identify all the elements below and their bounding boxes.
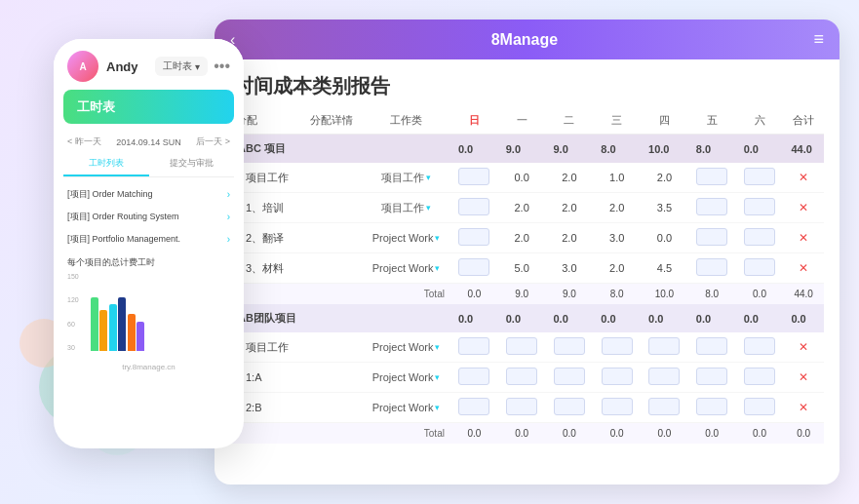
bar — [137, 322, 144, 351]
input-sun[interactable] — [450, 332, 498, 363]
section-abc-sat: 0.0 — [736, 135, 784, 164]
input-sun[interactable] — [450, 163, 498, 193]
brand-logo: 8Manage — [491, 31, 558, 49]
input-sat[interactable] — [736, 363, 784, 393]
chevron-down-icon[interactable]: ▾ — [435, 263, 440, 273]
val-mon: 2.0 — [498, 223, 546, 253]
section-ab-total: 0.0 — [783, 304, 824, 332]
val-wed: 2.0 — [593, 193, 641, 223]
input-tue[interactable] — [546, 363, 594, 393]
input-sun[interactable] — [450, 193, 498, 223]
input-fri[interactable] — [688, 193, 736, 223]
chevron-down-icon[interactable]: ▾ — [435, 403, 440, 412]
col-total: 合计 — [783, 107, 824, 135]
chart-title: 每个项目的总计费工时 — [67, 256, 230, 269]
input-mon[interactable] — [498, 393, 546, 423]
prev-day-btn[interactable]: < 昨一天 — [67, 136, 101, 148]
input-fri[interactable] — [688, 163, 736, 193]
worktype-cell: 项目工作 ▾ — [362, 193, 450, 223]
section-abc-fri: 8.0 — [688, 135, 736, 164]
input-mon[interactable] — [498, 363, 546, 393]
worktype-cell: Project Work ▾ — [362, 393, 450, 423]
section-ab-tue: 0.0 — [546, 304, 594, 332]
bars-container — [91, 273, 226, 351]
input-fri[interactable] — [688, 332, 736, 363]
input-sat[interactable] — [736, 163, 784, 193]
y-axis-labels: 150 120 60 30 — [67, 273, 85, 351]
col-mon: 一 — [498, 107, 546, 135]
total-tue: 9.0 — [546, 284, 594, 305]
delete-btn[interactable]: ✕ — [783, 193, 824, 223]
col-sun: 日 — [450, 107, 498, 135]
input-sat[interactable] — [736, 393, 784, 423]
val-wed: 3.0 — [593, 223, 641, 253]
input-fri[interactable] — [688, 393, 736, 423]
total-wed: 8.0 — [593, 284, 641, 305]
tab-timelist[interactable]: 工时列表 — [63, 152, 149, 176]
input-sun[interactable] — [450, 223, 498, 253]
input-sat[interactable] — [736, 332, 784, 363]
input-wed[interactable] — [593, 363, 641, 393]
val-thu: 4.5 — [641, 253, 688, 284]
delete-btn[interactable]: ✕ — [783, 332, 824, 363]
abc-total-row: Total 0.0 9.0 9.0 8.0 10.0 8.0 0.0 44.0 — [230, 284, 824, 305]
input-sun[interactable] — [450, 393, 498, 423]
mobile-phone: A Andy 工时表 ▾ ••• 工时表 < 昨一天 2014.09.14 SU… — [54, 39, 244, 448]
delete-btn[interactable]: ✕ — [783, 253, 824, 284]
input-thu[interactable] — [641, 393, 688, 423]
sub-tab-bar: 工时列表 提交与审批 — [63, 152, 234, 177]
chevron-down-icon[interactable]: ▾ — [435, 342, 440, 352]
input-wed[interactable] — [593, 393, 641, 423]
total-label: Total — [230, 284, 450, 305]
input-fri[interactable] — [688, 223, 736, 253]
chevron-down-icon[interactable]: ▾ — [435, 233, 440, 243]
col-tue: 二 — [546, 107, 594, 135]
input-thu[interactable] — [641, 332, 688, 363]
total-sun: 0.0 — [450, 423, 498, 445]
delete-btn[interactable]: ✕ — [783, 393, 824, 423]
detail-cell — [301, 393, 362, 423]
chevron-down-icon[interactable]: ▾ — [426, 173, 431, 182]
input-thu[interactable] — [641, 363, 688, 393]
input-fri[interactable] — [688, 363, 736, 393]
delete-btn[interactable]: ✕ — [783, 163, 824, 193]
chevron-down-icon[interactable]: ▾ — [435, 372, 440, 382]
total-label: Total — [230, 423, 450, 445]
more-icon[interactable]: ••• — [214, 58, 230, 75]
input-sat[interactable] — [736, 253, 784, 284]
tab-submit-review[interactable]: 提交与审批 — [149, 152, 235, 176]
input-sat[interactable] — [736, 193, 784, 223]
detail-cell — [301, 223, 362, 253]
chevron-down-icon[interactable]: ▾ — [426, 203, 431, 213]
table-row: 3、材料 Project Work ▾ 5.0 3.0 2.0 4.5 — [230, 253, 824, 284]
main-panel: ‹ 8Manage ≡ 时间成本类别报告 分配 分配详情 工作类 日 一 二 三… — [215, 19, 839, 485]
section-abc-sun: 0.0 — [450, 135, 498, 164]
input-tue[interactable] — [546, 332, 594, 363]
timesheet-dropdown[interactable]: 工时表 ▾ — [155, 57, 208, 76]
worktype-cell: 项目工作 ▾ — [362, 163, 450, 193]
section-abc-tue: 9.0 — [546, 135, 594, 164]
input-sun[interactable] — [450, 363, 498, 393]
delete-btn[interactable]: ✕ — [783, 363, 824, 393]
input-fri[interactable] — [688, 253, 736, 284]
input-sat[interactable] — [736, 223, 784, 253]
next-day-btn[interactable]: 后一天 > — [196, 136, 230, 148]
input-sun[interactable] — [450, 253, 498, 284]
input-tue[interactable] — [546, 393, 594, 423]
list-item[interactable]: [项目] Order Routing System › — [54, 206, 244, 228]
total-tue: 0.0 — [546, 423, 594, 445]
input-mon[interactable] — [498, 332, 546, 363]
input-wed[interactable] — [593, 332, 641, 363]
col-thu: 四 — [641, 107, 688, 135]
menu-icon[interactable]: ≡ — [813, 29, 824, 50]
delete-btn[interactable]: ✕ — [783, 223, 824, 253]
col-detail: 分配详情 — [301, 107, 362, 135]
total-sun: 0.0 — [450, 284, 498, 305]
table-row: 2、翻译 Project Work ▾ 2.0 2.0 3.0 0.0 — [230, 223, 824, 253]
detail-cell — [301, 332, 362, 363]
list-item[interactable]: [项目] Portfolio Management. › — [54, 228, 244, 251]
total-sat: 0.0 — [736, 423, 784, 445]
list-item[interactable]: [项目] Order Matching › — [54, 183, 244, 206]
table-header-row: 分配 分配详情 工作类 日 一 二 三 四 五 六 合计 — [230, 107, 824, 135]
total-fri: 0.0 — [688, 423, 736, 445]
